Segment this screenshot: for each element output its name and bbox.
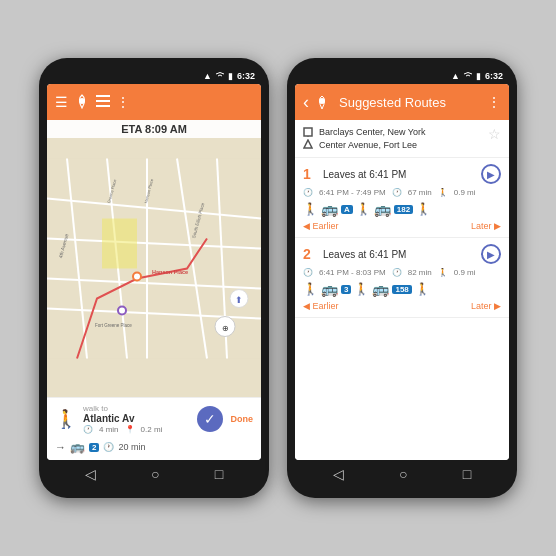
location-pin-icon bbox=[315, 95, 329, 109]
right-top-bar: ‹ Suggested Routes ⋮ bbox=[295, 84, 509, 120]
star-icon[interactable]: ☆ bbox=[488, 126, 501, 142]
routes-title: Suggested Routes bbox=[339, 95, 481, 110]
battery-icon: ▮ bbox=[228, 71, 233, 81]
svg-rect-1 bbox=[96, 95, 110, 97]
back-nav-btn[interactable]: ◁ bbox=[85, 466, 96, 482]
svg-rect-3 bbox=[96, 105, 110, 107]
bus-step-1b: 🚌 bbox=[374, 201, 391, 217]
map-area: 4th Avenue Greene Place Hanson Place Sou… bbox=[47, 120, 261, 397]
recent-nav-btn[interactable]: □ bbox=[215, 466, 223, 482]
recent-nav-btn-r[interactable]: □ bbox=[463, 466, 471, 482]
left-status-icons: ▲ ▮ bbox=[203, 71, 233, 81]
route-1-meta: 🕐 6:41 PM - 7:49 PM 🕐 67 min 🚶 0.9 mi bbox=[303, 188, 501, 197]
svg-point-24 bbox=[134, 274, 140, 280]
left-time: 6:32 bbox=[237, 71, 255, 81]
bus-icon: 🚌 bbox=[70, 440, 85, 454]
route-1-number: 1 bbox=[303, 166, 317, 182]
bus-badge-2a: 3 bbox=[341, 285, 351, 294]
svg-text:Hanson Place: Hanson Place bbox=[152, 269, 188, 275]
route-arrow-icon: → bbox=[55, 441, 66, 453]
route-1-detail-btn[interactable]: ▶ bbox=[481, 164, 501, 184]
walk-step-1b: 🚶 bbox=[356, 202, 371, 216]
destination-bar: Barclays Center, New York Center Avenue,… bbox=[295, 120, 509, 158]
dest-text: Barclays Center, New York Center Avenue,… bbox=[319, 126, 482, 151]
route-1-distance: 0.9 mi bbox=[454, 188, 476, 197]
route-2-duration: 82 min bbox=[408, 268, 432, 277]
left-phone-bottom: ◁ ○ □ bbox=[47, 460, 261, 488]
battery-icon-r: ▮ bbox=[476, 71, 481, 81]
route-2-time-range: 6:41 PM - 8:03 PM bbox=[319, 268, 386, 277]
walk-step-1c: 🚶 bbox=[416, 202, 431, 216]
route-1-time-range: 6:41 PM - 7:49 PM bbox=[319, 188, 386, 197]
wifi-icon bbox=[215, 71, 225, 81]
top-bar-icon3[interactable]: ⋮ bbox=[116, 94, 130, 110]
route-card-2: 2 Leaves at 6:41 PM ▶ 🕐 6:41 PM - 8:03 P… bbox=[295, 238, 509, 318]
wifi-icon-r bbox=[463, 71, 473, 81]
signal-icon-r: ▲ bbox=[451, 71, 460, 81]
back-icon[interactable]: ‹ bbox=[303, 92, 309, 113]
bus-badge: 2 bbox=[89, 443, 99, 452]
eta-bar: ETA 8:09 AM bbox=[47, 120, 261, 138]
walk-icon-r1: 🚶 bbox=[438, 188, 448, 197]
route-2-number: 2 bbox=[303, 246, 317, 262]
menu-icon[interactable]: ☰ bbox=[55, 94, 68, 110]
route-1-steps: 🚶 🚌 A 🚶 🚌 182 🚶 bbox=[303, 201, 501, 217]
right-time: 6:32 bbox=[485, 71, 503, 81]
map-svg: 4th Avenue Greene Place Hanson Place Sou… bbox=[47, 120, 261, 397]
route-1-later[interactable]: Later ▶ bbox=[471, 221, 501, 231]
route-2-meta: 🕐 6:41 PM - 8:03 PM 🕐 82 min 🚶 0.9 mi bbox=[303, 268, 501, 277]
moon-icon-r2: 🕐 bbox=[392, 268, 402, 277]
walk-icon: 🚶 bbox=[55, 408, 77, 430]
route-2-earlier[interactable]: ◀ Earlier bbox=[303, 301, 339, 311]
walk-icon-r2: 🚶 bbox=[438, 268, 448, 277]
walk-step-2c: 🚶 bbox=[415, 282, 430, 296]
route-row: → 🚌 2 🕐 20 min bbox=[55, 438, 253, 456]
left-status-bar: ▲ ▮ 6:32 bbox=[47, 68, 261, 84]
clock-icon: 🕐 bbox=[103, 442, 114, 452]
right-status-bar: ▲ ▮ 6:32 bbox=[295, 68, 509, 84]
home-nav-btn-r[interactable]: ○ bbox=[399, 466, 407, 482]
bus-step-1a: 🚌 bbox=[321, 201, 338, 217]
phones-container: ▲ ▮ 6:32 ☰ ⋮ bbox=[39, 58, 517, 498]
from-icon bbox=[303, 127, 313, 137]
bus-badge-1b: 182 bbox=[394, 205, 413, 214]
dest-to: Center Avenue, Fort Lee bbox=[319, 139, 482, 152]
walk-step-2a: 🚶 bbox=[303, 282, 318, 296]
walk-step-1a: 🚶 bbox=[303, 202, 318, 216]
svg-marker-32 bbox=[304, 140, 312, 148]
walk-dist: 0.2 mi bbox=[141, 425, 163, 434]
time-icon: 🕐 bbox=[83, 425, 93, 434]
done-label[interactable]: Done bbox=[231, 414, 254, 424]
walk-step-2b: 🚶 bbox=[354, 282, 369, 296]
walk-row: 🚶 walk to Atlantic Av 🕐 4 min 📍 0.2 mi ✓… bbox=[55, 404, 253, 434]
route-duration: 20 min bbox=[118, 442, 145, 452]
top-bar-icon2[interactable] bbox=[96, 94, 110, 110]
right-phone-bottom: ◁ ○ □ bbox=[295, 460, 509, 488]
svg-rect-30 bbox=[304, 128, 312, 136]
left-screen: ☰ ⋮ bbox=[47, 84, 261, 460]
route-2-nav: ◀ Earlier Later ▶ bbox=[303, 301, 501, 311]
svg-text:⬆: ⬆ bbox=[235, 295, 243, 305]
clock-icon-r2: 🕐 bbox=[303, 268, 313, 277]
walk-meta: 🕐 4 min 📍 0.2 mi bbox=[83, 425, 191, 434]
home-nav-btn[interactable]: ○ bbox=[151, 466, 159, 482]
route-1-earlier[interactable]: ◀ Earlier bbox=[303, 221, 339, 231]
route-1-header: 1 Leaves at 6:41 PM ▶ bbox=[303, 164, 501, 184]
dist-icon: 📍 bbox=[125, 425, 135, 434]
done-button[interactable]: ✓ bbox=[197, 406, 223, 432]
svg-point-26 bbox=[119, 308, 125, 314]
left-top-bar: ☰ ⋮ bbox=[47, 84, 261, 120]
route-2-detail-btn[interactable]: ▶ bbox=[481, 244, 501, 264]
walk-label: walk to bbox=[83, 404, 191, 413]
route-2-later[interactable]: Later ▶ bbox=[471, 301, 501, 311]
route-2-distance: 0.9 mi bbox=[454, 268, 476, 277]
svg-text:Fort Greene Place: Fort Greene Place bbox=[95, 323, 132, 328]
route-2-header: 2 Leaves at 6:41 PM ▶ bbox=[303, 244, 501, 264]
route-1-nav: ◀ Earlier Later ▶ bbox=[303, 221, 501, 231]
route-1-leave: Leaves at 6:41 PM bbox=[323, 169, 475, 180]
walk-info: walk to Atlantic Av 🕐 4 min 📍 0.2 mi bbox=[83, 404, 191, 434]
right-menu-icon[interactable]: ⋮ bbox=[487, 94, 501, 110]
back-nav-btn-r[interactable]: ◁ bbox=[333, 466, 344, 482]
dest-icons bbox=[303, 127, 313, 149]
walk-destination: Atlantic Av bbox=[83, 413, 191, 424]
